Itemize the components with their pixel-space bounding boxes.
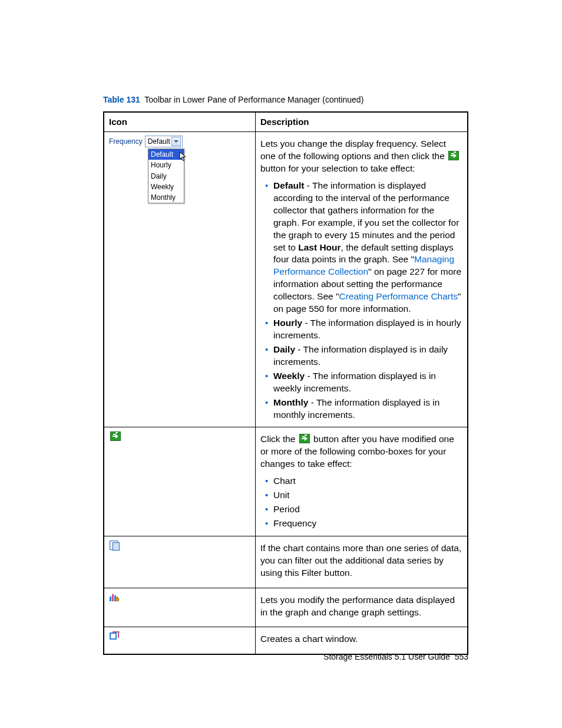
- table-row: Lets you modify the performance data dis…: [104, 588, 468, 627]
- col-header-icon: Icon: [104, 112, 256, 132]
- frequency-label: Frequency: [109, 137, 143, 146]
- list-item: Daily - The information displayed is in …: [273, 344, 462, 368]
- table-caption: Table 131 Toolbar in Lower Pane of Perfo…: [103, 94, 468, 106]
- frequency-control: Frequency Default Default Hourly Daily W…: [109, 136, 186, 203]
- go-arrow-icon: [299, 434, 310, 443]
- table-row: Click the button after you have modified…: [104, 427, 468, 536]
- svg-rect-4: [117, 597, 118, 598]
- properties-icon[interactable]: [109, 592, 120, 602]
- list-item: Hourly - The information displayed is in…: [273, 317, 462, 342]
- page-number: 553: [455, 652, 468, 661]
- frequency-select[interactable]: Default: [145, 136, 183, 147]
- frequency-option[interactable]: Default: [148, 149, 184, 160]
- list-item: Monthly - The information displayed is i…: [273, 397, 462, 421]
- list-item: Chart: [273, 475, 462, 487]
- frequency-description: Lets you change the display frequency. S…: [256, 132, 468, 427]
- page-footer: Storage Essentials 5.1 User Guide 553: [103, 651, 468, 663]
- table-number: Table 131: [103, 95, 140, 104]
- link-creating-performance-charts[interactable]: Creating Performance Charts: [339, 291, 458, 301]
- table-row: Creates a chart window.: [104, 627, 468, 654]
- svg-rect-0: [110, 597, 111, 601]
- filter-description: If the chart contains more than one seri…: [256, 536, 468, 588]
- table-title: Toolbar in Lower Pane of Performance Man…: [144, 95, 363, 104]
- list-item: Period: [273, 503, 462, 516]
- filter-icon[interactable]: [109, 540, 120, 551]
- list-item: Frequency: [273, 518, 462, 530]
- frequency-option[interactable]: Hourly: [148, 160, 184, 170]
- frequency-dropdown-list[interactable]: Default Hourly Daily Weekly Monthly: [148, 149, 184, 203]
- new-chart-description: Creates a chart window.: [256, 627, 468, 654]
- frequency-option[interactable]: Monthly: [148, 192, 184, 203]
- svg-rect-1: [112, 594, 114, 601]
- toolbar-table: Icon Description Frequency Default Defau…: [103, 111, 468, 655]
- list-item: Weekly - The information displayed is in…: [273, 370, 462, 395]
- frequency-option[interactable]: Daily: [148, 171, 184, 182]
- go-description: Click the button after you have modified…: [256, 427, 468, 536]
- go-arrow-icon: [448, 151, 459, 160]
- list-item: Default - The information is displayed a…: [273, 180, 462, 315]
- new-chart-window-icon[interactable]: [109, 631, 120, 641]
- doc-title: Storage Essentials 5.1 User Guide: [323, 652, 450, 661]
- chevron-down-icon[interactable]: [171, 137, 181, 146]
- frequency-option[interactable]: Weekly: [148, 182, 184, 192]
- col-header-description: Description: [256, 112, 468, 132]
- list-item: Unit: [273, 489, 462, 502]
- frequency-selected-value: Default: [148, 137, 170, 146]
- table-row: If the chart contains more than one seri…: [104, 536, 468, 588]
- table-row: Frequency Default Default Hourly Daily W…: [104, 132, 468, 427]
- properties-description: Lets you modify the performance data dis…: [256, 588, 468, 627]
- go-arrow-icon[interactable]: [110, 431, 121, 441]
